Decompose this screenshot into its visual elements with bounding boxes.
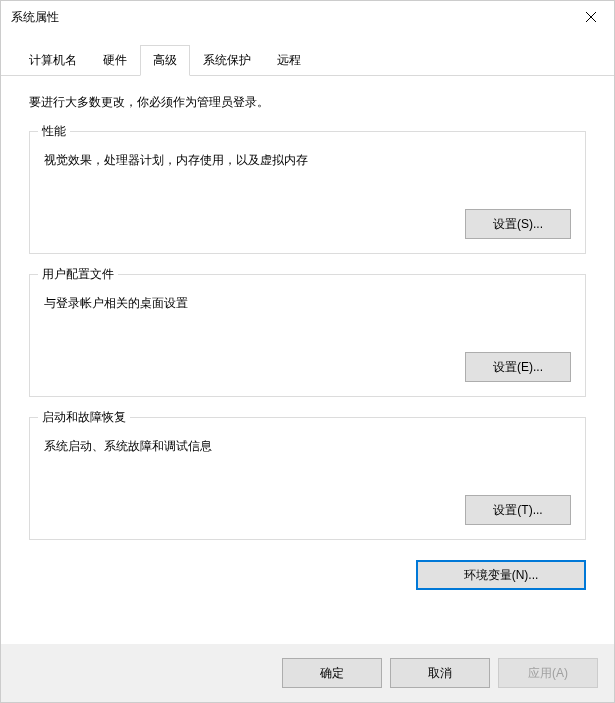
env-variables-row: 环境变量(N)...	[29, 560, 586, 590]
performance-actions: 设置(S)...	[44, 209, 571, 239]
user-profiles-actions: 设置(E)...	[44, 352, 571, 382]
tab-computer-name[interactable]: 计算机名	[16, 45, 90, 75]
window-title: 系统属性	[11, 9, 59, 26]
tab-advanced[interactable]: 高级	[140, 45, 190, 76]
performance-group: 性能 视觉效果，处理器计划，内存使用，以及虚拟内存 设置(S)...	[29, 131, 586, 254]
dialog-footer: 确定 取消 应用(A)	[1, 644, 614, 702]
performance-desc: 视觉效果，处理器计划，内存使用，以及虚拟内存	[44, 152, 571, 169]
cancel-button[interactable]: 取消	[390, 658, 490, 688]
ok-button[interactable]: 确定	[282, 658, 382, 688]
user-profiles-title: 用户配置文件	[38, 266, 118, 283]
startup-recovery-actions: 设置(T)...	[44, 495, 571, 525]
tab-content-advanced: 要进行大多数更改，你必须作为管理员登录。 性能 视觉效果，处理器计划，内存使用，…	[1, 76, 614, 644]
environment-variables-button[interactable]: 环境变量(N)...	[416, 560, 586, 590]
titlebar: 系统属性	[1, 1, 614, 33]
tab-system-protection[interactable]: 系统保护	[190, 45, 264, 75]
tab-hardware[interactable]: 硬件	[90, 45, 140, 75]
user-profiles-settings-button[interactable]: 设置(E)...	[465, 352, 571, 382]
startup-recovery-title: 启动和故障恢复	[38, 409, 130, 426]
admin-note: 要进行大多数更改，你必须作为管理员登录。	[29, 94, 586, 111]
system-properties-window: 系统属性 计算机名 硬件 高级 系统保护 远程 要进行大多数更改，你必须作为管理…	[0, 0, 615, 703]
user-profiles-group: 用户配置文件 与登录帐户相关的桌面设置 设置(E)...	[29, 274, 586, 397]
user-profiles-desc: 与登录帐户相关的桌面设置	[44, 295, 571, 312]
close-icon	[586, 12, 596, 22]
tab-remote[interactable]: 远程	[264, 45, 314, 75]
startup-recovery-settings-button[interactable]: 设置(T)...	[465, 495, 571, 525]
tabstrip: 计算机名 硬件 高级 系统保护 远程	[1, 33, 614, 76]
apply-button[interactable]: 应用(A)	[498, 658, 598, 688]
performance-title: 性能	[38, 123, 70, 140]
startup-recovery-desc: 系统启动、系统故障和调试信息	[44, 438, 571, 455]
performance-settings-button[interactable]: 设置(S)...	[465, 209, 571, 239]
close-button[interactable]	[568, 1, 614, 33]
startup-recovery-group: 启动和故障恢复 系统启动、系统故障和调试信息 设置(T)...	[29, 417, 586, 540]
